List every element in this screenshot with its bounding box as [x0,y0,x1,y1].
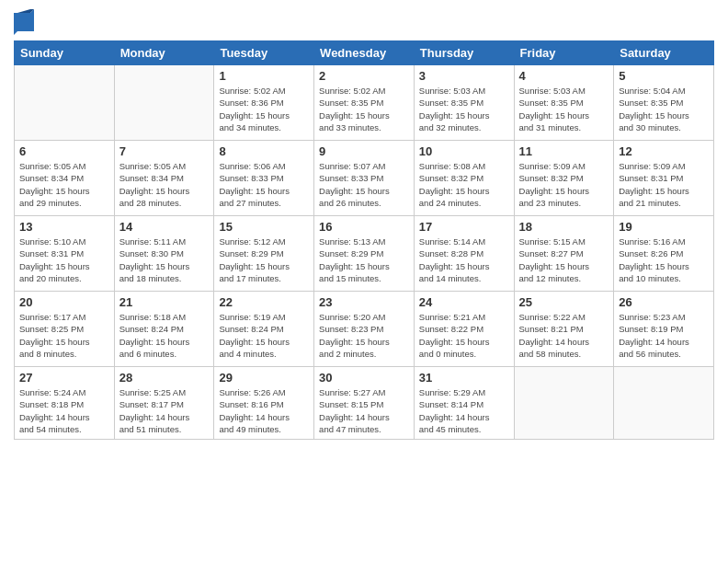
calendar-cell [114,65,214,141]
calendar-cell: 3Sunrise: 5:03 AM Sunset: 8:35 PM Daylig… [414,65,514,141]
calendar-cell: 23Sunrise: 5:20 AM Sunset: 8:23 PM Dayli… [314,292,415,367]
day-info: Sunrise: 5:02 AM Sunset: 8:35 PM Dayligh… [319,85,409,133]
calendar-cell: 16Sunrise: 5:13 AM Sunset: 8:29 PM Dayli… [314,216,415,292]
day-number: 29 [219,371,309,385]
day-number: 9 [319,144,409,158]
svg-marker-0 [14,9,34,35]
calendar-cell: 29Sunrise: 5:26 AM Sunset: 8:16 PM Dayli… [214,367,314,440]
day-number: 13 [19,220,109,234]
day-info: Sunrise: 5:25 AM Sunset: 8:17 PM Dayligh… [119,386,210,435]
calendar-cell: 10Sunrise: 5:08 AM Sunset: 8:32 PM Dayli… [414,141,514,216]
weekday-header-row: SundayMondayTuesdayWednesdayThursdayFrid… [15,41,714,65]
day-info: Sunrise: 5:09 AM Sunset: 8:32 PM Dayligh… [519,160,609,209]
day-info: Sunrise: 5:13 AM Sunset: 8:29 PM Dayligh… [319,236,409,284]
day-number: 14 [119,220,210,234]
day-info: Sunrise: 5:20 AM Sunset: 8:23 PM Dayligh… [319,311,409,360]
day-info: Sunrise: 5:02 AM Sunset: 8:36 PM Dayligh… [219,85,309,133]
day-number: 7 [119,144,210,158]
calendar-cell: 22Sunrise: 5:19 AM Sunset: 8:24 PM Dayli… [214,292,314,367]
calendar-cell: 13Sunrise: 5:10 AM Sunset: 8:31 PM Dayli… [15,216,115,292]
logo-icon [14,9,34,35]
day-number: 4 [519,69,609,83]
day-number: 6 [19,144,109,158]
calendar-cell: 5Sunrise: 5:04 AM Sunset: 8:35 PM Daylig… [614,65,714,141]
day-number: 15 [219,220,309,234]
day-info: Sunrise: 5:09 AM Sunset: 8:31 PM Dayligh… [619,160,709,209]
calendar-cell: 15Sunrise: 5:12 AM Sunset: 8:29 PM Dayli… [214,216,314,292]
weekday-header-tuesday: Tuesday [214,41,314,65]
day-info: Sunrise: 5:05 AM Sunset: 8:34 PM Dayligh… [19,160,109,209]
day-number: 11 [519,144,609,158]
day-number: 17 [419,220,509,234]
day-number: 1 [219,69,309,83]
day-info: Sunrise: 5:10 AM Sunset: 8:31 PM Dayligh… [19,236,109,284]
day-info: Sunrise: 5:11 AM Sunset: 8:30 PM Dayligh… [119,236,210,284]
day-number: 12 [619,144,709,158]
day-info: Sunrise: 5:07 AM Sunset: 8:33 PM Dayligh… [319,160,409,209]
day-info: Sunrise: 5:06 AM Sunset: 8:33 PM Dayligh… [219,160,309,209]
calendar-cell: 25Sunrise: 5:22 AM Sunset: 8:21 PM Dayli… [514,292,614,367]
day-info: Sunrise: 5:23 AM Sunset: 8:19 PM Dayligh… [619,311,709,360]
day-number: 19 [619,220,709,234]
logo [14,9,38,35]
day-number: 31 [419,371,509,385]
day-info: Sunrise: 5:22 AM Sunset: 8:21 PM Dayligh… [519,311,609,360]
day-info: Sunrise: 5:04 AM Sunset: 8:35 PM Dayligh… [619,85,709,133]
calendar-cell: 20Sunrise: 5:17 AM Sunset: 8:25 PM Dayli… [15,292,115,367]
day-number: 21 [119,295,210,309]
calendar-table: SundayMondayTuesdayWednesdayThursdayFrid… [14,40,714,440]
day-info: Sunrise: 5:03 AM Sunset: 8:35 PM Dayligh… [519,85,609,133]
weekday-header-saturday: Saturday [614,41,714,65]
day-number: 24 [419,295,509,309]
day-info: Sunrise: 5:18 AM Sunset: 8:24 PM Dayligh… [119,311,210,360]
day-number: 2 [319,69,409,83]
day-info: Sunrise: 5:27 AM Sunset: 8:15 PM Dayligh… [319,386,409,435]
calendar-week-2: 6Sunrise: 5:05 AM Sunset: 8:34 PM Daylig… [15,141,714,216]
day-number: 16 [319,220,409,234]
calendar-cell [15,65,115,141]
calendar-cell: 21Sunrise: 5:18 AM Sunset: 8:24 PM Dayli… [114,292,214,367]
day-info: Sunrise: 5:17 AM Sunset: 8:25 PM Dayligh… [19,311,109,360]
day-info: Sunrise: 5:29 AM Sunset: 8:14 PM Dayligh… [419,386,509,435]
calendar-week-4: 20Sunrise: 5:17 AM Sunset: 8:25 PM Dayli… [15,292,714,367]
day-info: Sunrise: 5:08 AM Sunset: 8:32 PM Dayligh… [419,160,509,209]
calendar-cell: 30Sunrise: 5:27 AM Sunset: 8:15 PM Dayli… [314,367,415,440]
calendar-cell: 26Sunrise: 5:23 AM Sunset: 8:19 PM Dayli… [614,292,714,367]
day-info: Sunrise: 5:05 AM Sunset: 8:34 PM Dayligh… [119,160,210,209]
day-number: 25 [519,295,609,309]
calendar-cell: 27Sunrise: 5:24 AM Sunset: 8:18 PM Dayli… [15,367,115,440]
calendar-cell [614,367,714,440]
day-number: 30 [319,371,409,385]
day-info: Sunrise: 5:15 AM Sunset: 8:27 PM Dayligh… [519,236,609,284]
calendar-cell: 9Sunrise: 5:07 AM Sunset: 8:33 PM Daylig… [314,141,415,216]
day-number: 8 [219,144,309,158]
calendar-cell [514,367,614,440]
day-number: 27 [19,371,109,385]
calendar-cell: 24Sunrise: 5:21 AM Sunset: 8:22 PM Dayli… [414,292,514,367]
calendar-cell: 12Sunrise: 5:09 AM Sunset: 8:31 PM Dayli… [614,141,714,216]
calendar-body: 1Sunrise: 5:02 AM Sunset: 8:36 PM Daylig… [15,65,714,440]
weekday-header-friday: Friday [514,41,614,65]
calendar-cell: 28Sunrise: 5:25 AM Sunset: 8:17 PM Dayli… [114,367,214,440]
calendar-week-3: 13Sunrise: 5:10 AM Sunset: 8:31 PM Dayli… [15,216,714,292]
calendar-cell: 17Sunrise: 5:14 AM Sunset: 8:28 PM Dayli… [414,216,514,292]
day-info: Sunrise: 5:03 AM Sunset: 8:35 PM Dayligh… [419,85,509,133]
calendar-cell: 18Sunrise: 5:15 AM Sunset: 8:27 PM Dayli… [514,216,614,292]
header [14,9,714,35]
calendar-cell: 31Sunrise: 5:29 AM Sunset: 8:14 PM Dayli… [414,367,514,440]
day-number: 23 [319,295,409,309]
day-info: Sunrise: 5:14 AM Sunset: 8:28 PM Dayligh… [419,236,509,284]
calendar-header: SundayMondayTuesdayWednesdayThursdayFrid… [15,41,714,65]
calendar-cell: 11Sunrise: 5:09 AM Sunset: 8:32 PM Dayli… [514,141,614,216]
weekday-header-sunday: Sunday [15,41,115,65]
calendar-cell: 7Sunrise: 5:05 AM Sunset: 8:34 PM Daylig… [114,141,214,216]
day-info: Sunrise: 5:19 AM Sunset: 8:24 PM Dayligh… [219,311,309,360]
calendar-cell: 14Sunrise: 5:11 AM Sunset: 8:30 PM Dayli… [114,216,214,292]
calendar-cell: 1Sunrise: 5:02 AM Sunset: 8:36 PM Daylig… [214,65,314,141]
day-info: Sunrise: 5:12 AM Sunset: 8:29 PM Dayligh… [219,236,309,284]
weekday-header-thursday: Thursday [414,41,514,65]
page-container: SundayMondayTuesdayWednesdayThursdayFrid… [0,0,728,449]
day-info: Sunrise: 5:21 AM Sunset: 8:22 PM Dayligh… [419,311,509,360]
day-number: 18 [519,220,609,234]
day-info: Sunrise: 5:16 AM Sunset: 8:26 PM Dayligh… [619,236,709,284]
